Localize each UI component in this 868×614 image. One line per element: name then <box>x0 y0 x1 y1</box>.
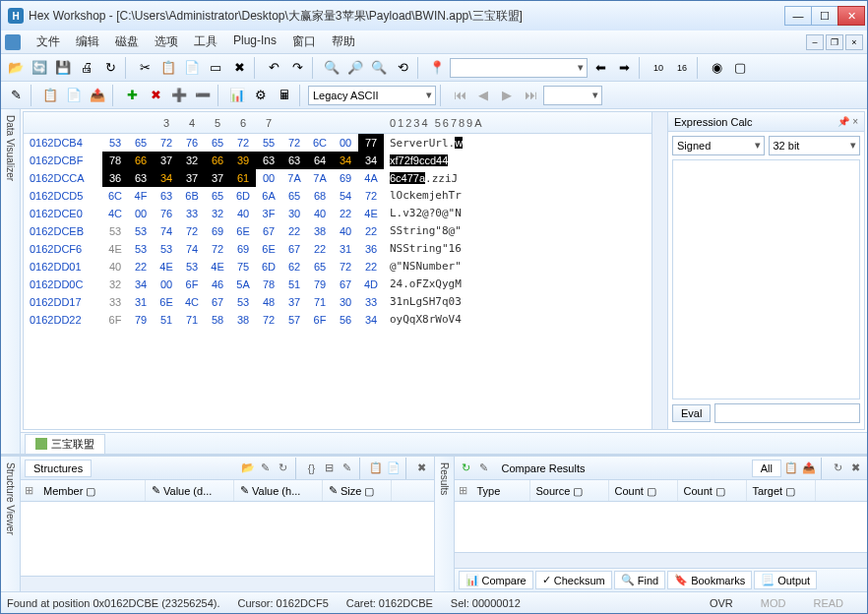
hex-row[interactable]: 0162DCF64E53537472696E67223136NSString"1… <box>24 240 651 258</box>
eval-button[interactable]: Eval <box>672 404 711 422</box>
menu-Plug-Ins[interactable]: Plug-Ins <box>225 31 284 53</box>
close-button[interactable]: ✕ <box>837 6 865 26</box>
tab-checksum[interactable]: ✓Checksum <box>535 571 612 589</box>
struct-paste-icon[interactable]: 📄 <box>386 460 402 476</box>
hex-row[interactable]: 0162DCBF7866373266396363643434xf72f9ccd4… <box>24 152 651 169</box>
calc-icon[interactable]: 🖩 <box>274 85 295 106</box>
nav-combo[interactable] <box>543 86 602 105</box>
structure-viewer-tab[interactable]: Structure Viewer <box>1 457 21 591</box>
tab-output[interactable]: 📃Output <box>754 571 817 589</box>
goto-combo[interactable] <box>450 58 588 78</box>
menu-选项[interactable]: 选项 <box>147 31 186 53</box>
add2-icon[interactable]: ➕ <box>168 85 190 106</box>
menu-文件[interactable]: 文件 <box>29 31 68 53</box>
chart-icon[interactable]: 📊 <box>226 85 248 106</box>
tab-bookmarks[interactable]: 🔖Bookmarks <box>667 571 752 589</box>
remove2-icon[interactable]: ➖ <box>192 85 214 106</box>
compare-body[interactable] <box>455 502 868 552</box>
data-visualizer-tab[interactable]: Data Visualizer <box>1 109 21 454</box>
cmp-copy-icon[interactable]: 📋 <box>783 460 799 476</box>
collapse-icon[interactable]: ⊞ <box>455 484 471 497</box>
compare-hscroll[interactable] <box>455 552 868 568</box>
export-icon[interactable]: 📤 <box>87 85 108 106</box>
prev-icon[interactable]: ◀ <box>472 85 494 106</box>
struct-close-icon[interactable]: ✖ <box>414 460 430 476</box>
find-next-icon[interactable]: 🔎 <box>344 57 366 79</box>
hex-row[interactable]: 0162DCE04C00763332403F3040224EL.v32@?0@"… <box>24 205 651 222</box>
add-icon[interactable]: ✚ <box>121 85 143 106</box>
copy-icon[interactable]: 📋 <box>157 57 179 79</box>
redo-icon[interactable]: ↷ <box>286 57 308 79</box>
last-icon[interactable]: ⏭ <box>520 85 541 106</box>
cut-icon[interactable]: ✂ <box>134 57 155 79</box>
mdi-minimize-button[interactable]: – <box>806 34 824 50</box>
hex-row[interactable]: 0162DCD56C4F636B656D6A65685472lOckemjehT… <box>24 187 651 205</box>
hex-row[interactable]: 0162DD0C3234006F465A785179674D24.oFZxQyg… <box>24 276 651 293</box>
find-prev-icon[interactable]: 🔍 <box>368 57 390 79</box>
menu-磁盘[interactable]: 磁盘 <box>107 31 147 53</box>
tab-compare[interactable]: 📊Compare <box>459 571 533 589</box>
mdi-close-button[interactable]: × <box>845 34 863 50</box>
nav-back-icon[interactable]: ⬅ <box>589 57 611 79</box>
mdi-restore-button[interactable]: ❐ <box>826 34 843 50</box>
menu-工具[interactable]: 工具 <box>186 31 225 53</box>
hex-row[interactable]: 0162DD0140224E534E756D62657222@"NSNumber… <box>24 258 651 276</box>
motorola-icon[interactable]: ◉ <box>706 57 727 79</box>
menu-帮助[interactable]: 帮助 <box>324 31 363 53</box>
hex-editor[interactable]: 34567 01234 56789A 0162DCB45365727665725… <box>24 112 651 429</box>
pin-icon[interactable]: 📌 × <box>837 116 858 127</box>
cmp-wand-icon[interactable]: ✎ <box>476 460 492 476</box>
eval-input[interactable] <box>714 403 860 423</box>
tab-find[interactable]: 🔍Find <box>614 571 665 589</box>
signed-combo[interactable]: Signed <box>672 136 765 155</box>
collapse-icon[interactable]: ⊞ <box>21 484 37 497</box>
nav-fwd-icon[interactable]: ➡ <box>613 57 635 79</box>
encoding-combo[interactable]: Legacy ASCII <box>308 86 436 105</box>
delete-icon[interactable]: ✖ <box>228 57 250 79</box>
struct-edit-icon[interactable]: ✎ <box>258 460 274 476</box>
paste2-icon[interactable]: 📄 <box>63 85 85 106</box>
gear-icon[interactable]: ⚙ <box>250 85 272 106</box>
base10-icon[interactable]: 10 <box>648 57 669 79</box>
struct-refresh-icon[interactable]: ↻ <box>276 460 291 476</box>
structures-body[interactable] <box>21 502 434 576</box>
open-icon[interactable]: 📂 <box>5 57 27 79</box>
minimize-button[interactable]: — <box>784 6 812 26</box>
first-icon[interactable]: ⏮ <box>449 85 470 106</box>
select-icon[interactable]: ▭ <box>205 57 226 79</box>
results-tab[interactable]: Results <box>435 457 455 591</box>
struct-copy-icon[interactable]: 📋 <box>368 460 384 476</box>
struct-del-icon[interactable]: ⊟ <box>322 460 338 476</box>
hex-row[interactable]: 0162DD226F795171583872576F5634oyQqX8rWoV… <box>24 311 651 329</box>
structures-hscroll[interactable] <box>21 576 434 591</box>
find-icon[interactable]: 🔍 <box>321 57 342 79</box>
hex-row[interactable]: 0162DD1733316E4C6753483771303331nLgSH7q0… <box>24 293 651 311</box>
hex-scrollbar[interactable] <box>651 112 667 429</box>
base16-icon[interactable]: 16 <box>671 57 693 79</box>
menu-编辑[interactable]: 编辑 <box>68 31 107 53</box>
remove-icon[interactable]: ✖ <box>145 85 166 106</box>
hex-row[interactable]: 0162DCB453657276657255726C0077ServerUrl.… <box>24 134 651 152</box>
cmp-refresh-icon[interactable]: ↻ <box>459 460 474 476</box>
struct-open-icon[interactable]: 📂 <box>240 460 256 476</box>
hex-row[interactable]: 0162DCEB53537472696E6722384022SString"8@… <box>24 222 651 240</box>
replace-icon[interactable]: ⟲ <box>392 57 413 79</box>
refresh-icon[interactable]: 🔄 <box>29 57 50 79</box>
print-icon[interactable]: 🖨 <box>76 57 97 79</box>
goto-icon[interactable]: 📍 <box>426 57 448 79</box>
copy2-icon[interactable]: 📋 <box>39 85 61 106</box>
bits-combo[interactable]: 32 bit <box>769 136 861 155</box>
compare-all-button[interactable]: All <box>752 460 781 477</box>
hex-row[interactable]: 0162DCCA366334373761007A7A694A6c477a.zzi… <box>24 169 651 187</box>
cmp-export-icon[interactable]: 📤 <box>801 460 817 476</box>
expression-body[interactable] <box>672 159 860 399</box>
cmp-close-icon[interactable]: ✖ <box>847 460 863 476</box>
cmp-reload-icon[interactable]: ↻ <box>830 460 845 476</box>
next-icon[interactable]: ▶ <box>496 85 518 106</box>
menu-窗口[interactable]: 窗口 <box>284 31 324 53</box>
structures-tab[interactable]: Structures <box>25 460 92 477</box>
intel-icon[interactable]: ▢ <box>729 57 751 79</box>
file-tab[interactable]: 三宝联盟 <box>25 434 105 454</box>
save-icon[interactable]: 💾 <box>52 57 74 79</box>
struct-add-icon[interactable]: {} <box>304 460 320 476</box>
